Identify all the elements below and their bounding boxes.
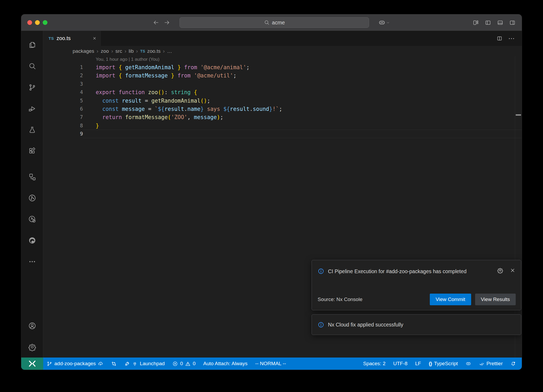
info-icon <box>318 268 324 275</box>
status-indentation[interactable]: Spaces: 2 <box>363 358 386 370</box>
activity-project-graph[interactable] <box>21 166 43 187</box>
status-copilot[interactable] <box>466 358 471 370</box>
tab-zoo-ts[interactable]: TS zoo.ts <box>43 31 101 46</box>
breadcrumb-label: lib <box>129 48 134 54</box>
status-auto-attach[interactable]: Auto Attach: Always <box>203 358 248 370</box>
activity-testing[interactable] <box>21 119 43 140</box>
status-label: TypeScript <box>434 361 458 367</box>
breadcrumb-separator: › <box>136 48 138 54</box>
code-line-5[interactable]: 5 const result = getRandomAnimal(); <box>43 97 522 105</box>
arrow-left-icon[interactable] <box>152 19 159 26</box>
activity-extensions[interactable] <box>21 140 43 162</box>
code-line-2[interactable]: 2import { formatMessage } from '@acme/ut… <box>43 71 522 80</box>
status-bar: add-zoo-packagesLaunchpad00Auto Attach: … <box>21 358 522 370</box>
status-vim-mode[interactable]: -- NORMAL -- <box>255 358 286 370</box>
source-control-icon <box>28 83 36 92</box>
status-launchpad[interactable]: Launchpad <box>124 358 165 370</box>
activity-settings[interactable] <box>21 336 43 358</box>
code-line-1[interactable]: 1import { getRandomAnimal } from '@acme/… <box>43 63 522 71</box>
activity-accounts[interactable] <box>21 315 43 336</box>
toggle-panel-icon[interactable] <box>497 20 503 26</box>
breadcrumb-separator: › <box>125 48 126 54</box>
code-text: import { formatMessage } from '@acme/uti… <box>83 71 522 80</box>
activity-more[interactable] <box>21 251 43 272</box>
status-encoding[interactable]: UTF-8 <box>393 358 408 370</box>
breadcrumb-item[interactable]: lib <box>129 48 134 54</box>
code-line-3[interactable]: 3 <box>43 80 522 88</box>
toggle-secondary-sidebar-icon[interactable] <box>509 20 515 26</box>
customize-layout-icon[interactable] <box>473 20 479 26</box>
git-blame-lens[interactable]: You, 1 hour ago | 1 author (You) <box>96 57 159 62</box>
breadcrumb-item[interactable]: src <box>115 48 122 54</box>
status-git-branch[interactable]: add-zoo-packages <box>47 358 103 370</box>
view-results-button[interactable]: View Results <box>475 294 516 305</box>
window-controls <box>27 20 47 25</box>
remote-indicator[interactable] <box>21 358 43 370</box>
code-line-6[interactable]: 6 const message = `${result.name} says $… <box>43 105 522 113</box>
activity-explorer[interactable] <box>21 34 43 55</box>
status-problems[interactable]: 00 <box>172 358 195 370</box>
command-center-search[interactable]: acme <box>179 17 369 28</box>
zoom-window-button[interactable] <box>43 20 47 25</box>
testing-icon <box>28 126 36 134</box>
git-branch-icon <box>47 361 52 367</box>
breadcrumb-item[interactable]: zoo <box>101 48 109 54</box>
warning-icon <box>185 361 191 367</box>
info-icon <box>318 321 324 328</box>
status-prettier[interactable]: Prettier <box>479 358 503 370</box>
notification-nx-cloud-fix: Nx Cloud fix applied successfully <box>312 314 521 335</box>
breadcrumb-label: src <box>115 48 122 54</box>
activity-bar <box>21 31 43 358</box>
status-notifications-bell[interactable] <box>510 358 516 370</box>
run-debug-icon <box>28 104 36 113</box>
code-text: export function zoo(): string { <box>83 88 522 96</box>
code-text: const message = `${result.name} says ${r… <box>83 105 522 113</box>
split-editor-icon[interactable] <box>497 36 502 41</box>
code-line-7[interactable]: 7 return formatMessage('ZOO', message); <box>43 113 522 121</box>
status-language[interactable]: {}TypeScript <box>429 358 458 370</box>
close-tab-icon[interactable] <box>92 36 97 41</box>
arrow-right-icon[interactable] <box>164 19 170 26</box>
breadcrumb-separator: › <box>97 48 98 54</box>
code-line-9[interactable]: 9 <box>43 130 522 138</box>
code-line-8[interactable]: 8} <box>43 121 522 130</box>
activity-search[interactable] <box>21 55 43 77</box>
status-git-compare[interactable] <box>111 358 117 370</box>
status-label: Launchpad <box>140 361 165 367</box>
bell-dot-icon <box>510 361 516 367</box>
breadcrumb-item[interactable]: … <box>167 48 172 54</box>
tab-bar: TS zoo.ts ⋯ <box>43 31 522 46</box>
activity-edge-devtools[interactable] <box>21 230 43 251</box>
explorer-icon <box>28 41 36 49</box>
code-line-4[interactable]: 4export function zoo(): string { <box>43 88 522 96</box>
notification-close-icon[interactable] <box>510 267 516 273</box>
status-label: 0 <box>180 361 183 367</box>
copilot-menu[interactable] <box>378 14 390 31</box>
code-text: return formatMessage('ZOO', message); <box>83 113 522 121</box>
status-label: -- NORMAL -- <box>255 361 286 367</box>
status-label: UTF-8 <box>393 361 408 367</box>
more-actions-icon[interactable]: ⋯ <box>508 37 515 40</box>
accounts-icon <box>28 322 36 330</box>
extensions-icon <box>28 147 36 155</box>
activity-run-debug[interactable] <box>21 98 43 119</box>
code-editor[interactable]: You, 1 hour ago | 1 author (You) 1import… <box>43 56 522 358</box>
settings-icon <box>28 343 36 351</box>
code-text <box>83 80 522 88</box>
vscode-window: acme TS zoo.ts ⋯ packages›zoo <box>21 14 522 370</box>
code-text: } <box>83 121 522 130</box>
activity-nx-console[interactable] <box>21 187 43 208</box>
close-window-button[interactable] <box>27 20 32 25</box>
breadcrumb-item[interactable]: packages <box>73 48 94 54</box>
line-number: 2 <box>43 71 83 80</box>
title-bar: acme <box>21 14 522 31</box>
toggle-primary-sidebar-icon[interactable] <box>485 20 491 26</box>
activity-source-control[interactable] <box>21 77 43 98</box>
notification-settings-icon[interactable] <box>497 267 503 273</box>
view-commit-button[interactable]: View Commit <box>430 294 471 305</box>
minimize-window-button[interactable] <box>35 20 40 25</box>
status-eol[interactable]: LF <box>415 358 421 370</box>
breadcrumb-item[interactable]: TSzoo.ts <box>140 48 161 54</box>
activity-nx-cloud[interactable] <box>21 208 43 230</box>
status-label: 0 <box>193 361 196 367</box>
